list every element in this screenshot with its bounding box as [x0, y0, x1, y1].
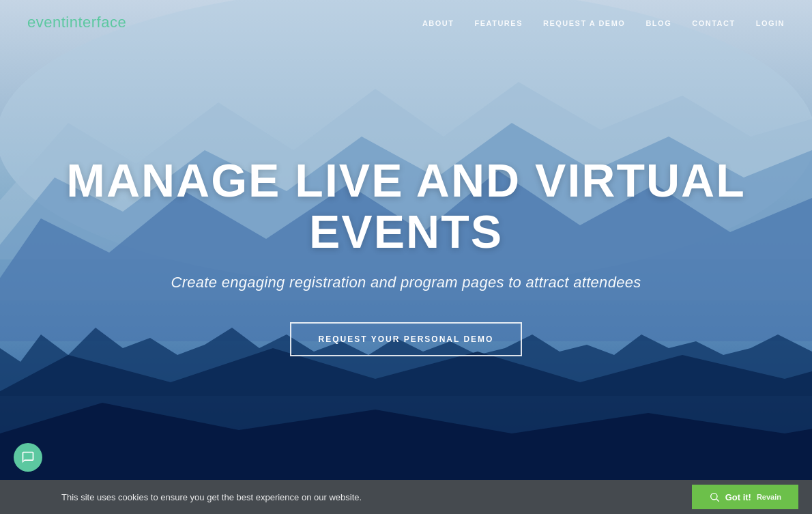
svg-point-2: [710, 494, 716, 500]
chat-bubble-button[interactable]: [14, 443, 42, 472]
hero-title: MANAGE LIVE AND VIRTUAL EVENTS: [27, 155, 785, 257]
nav-link-login[interactable]: LOGIN: [756, 19, 785, 27]
got-it-label: Got it!: [725, 492, 751, 502]
hero-section: eventinterface ABOUT FEATURES REQUEST A …: [0, 0, 812, 480]
cookie-banner: This site uses cookies to ensure you get…: [0, 480, 812, 514]
svg-line-3: [716, 499, 719, 502]
nav-link-features[interactable]: FEATURES: [475, 19, 523, 27]
nav-item-about[interactable]: ABOUT: [422, 16, 454, 29]
cookie-message: This site uses cookies to ensure you get…: [61, 492, 362, 502]
nav-link-contact[interactable]: CONTACT: [692, 19, 735, 27]
nav-link-request-demo[interactable]: REQUEST A DEMO: [543, 19, 625, 27]
search-icon: [709, 491, 720, 502]
chat-icon: [21, 451, 35, 464]
request-demo-button[interactable]: REQUEST YOUR PERSONAL DEMO: [290, 322, 523, 356]
nav-item-blog[interactable]: BLOG: [646, 16, 671, 29]
nav-links: ABOUT FEATURES REQUEST A DEMO BLOG CONTA…: [422, 16, 785, 29]
nav-link-about[interactable]: ABOUT: [422, 19, 454, 27]
nav-link-blog[interactable]: BLOG: [646, 19, 671, 27]
nav-item-contact[interactable]: CONTACT: [692, 16, 735, 29]
nav-item-login[interactable]: LOGIN: [756, 16, 785, 29]
nav-item-request-demo[interactable]: REQUEST A DEMO: [543, 16, 625, 29]
nav-item-features[interactable]: FEATURES: [475, 16, 523, 29]
revain-label: Revain: [757, 493, 781, 501]
site-logo[interactable]: eventinterface: [27, 14, 126, 31]
got-it-button[interactable]: Got it! Revain: [692, 485, 798, 509]
hero-subtitle: Create engaging registration and program…: [171, 274, 641, 291]
hero-content: MANAGE LIVE AND VIRTUAL EVENTS Create en…: [0, 31, 812, 480]
